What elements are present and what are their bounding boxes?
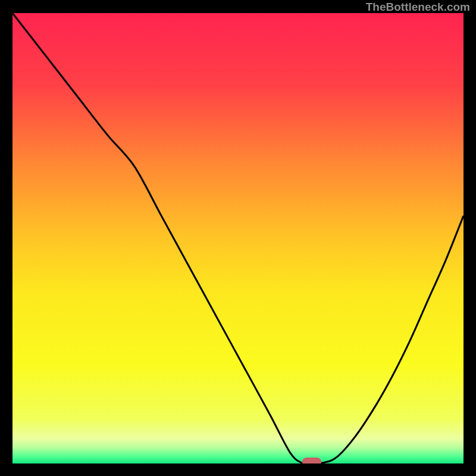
watermark-text: TheBottleneck.com bbox=[366, 1, 470, 14]
bottleneck-curve bbox=[12, 13, 464, 464]
plot-area bbox=[12, 13, 464, 464]
chart-frame: TheBottleneck.com bbox=[0, 0, 476, 476]
optimal-marker bbox=[302, 458, 321, 464]
